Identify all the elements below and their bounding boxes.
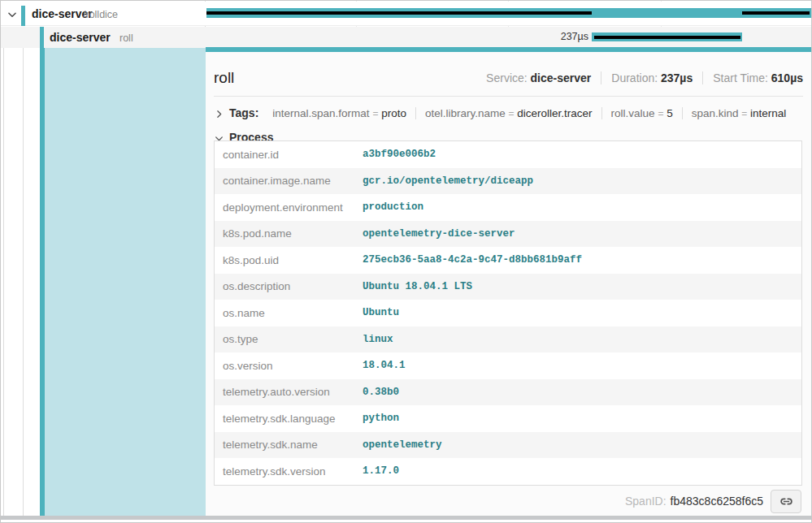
span-id-label: SpanID: xyxy=(625,495,667,508)
span-color-bar xyxy=(21,6,25,26)
process-value: gcr.io/opentelemetry/diceapp xyxy=(363,175,533,187)
summary-service: Service: dice-server xyxy=(476,71,601,84)
tag-value: 5 xyxy=(667,107,673,119)
process-key: k8s.pod.uid xyxy=(223,254,363,266)
process-key: telemetry.sdk.version xyxy=(223,465,363,478)
summary-duration: Duration: 237µs xyxy=(601,71,702,84)
process-row: os.type linux xyxy=(215,326,801,353)
tag-key: otel.library.name xyxy=(425,107,506,119)
summary-service-label: Service: xyxy=(486,71,528,84)
process-row: deployment.environment production xyxy=(215,194,801,221)
link-icon xyxy=(779,495,793,508)
process-value: Ubuntu 18.04.1 LTS xyxy=(363,281,472,292)
tags-toggle[interactable]: Tags: xyxy=(214,106,263,119)
process-value: 1.17.0 xyxy=(363,465,399,477)
process-key: k8s.pod.name xyxy=(223,227,363,240)
process-key: telemetry.sdk.name xyxy=(223,439,363,451)
process-key: os.type xyxy=(223,333,363,345)
process-value: a3bf90e006b2 xyxy=(363,149,436,160)
process-value: python xyxy=(363,413,399,424)
process-key: os.name xyxy=(223,307,363,319)
span-summary: Service: dice-server Duration: 237µs Sta… xyxy=(476,71,803,84)
deep-link-button[interactable] xyxy=(771,490,801,513)
tags-section: Tags: internal.span.format = proto otel.… xyxy=(214,102,803,124)
process-value: 0.38b0 xyxy=(363,387,399,398)
process-value: 275ecb36-5aa8-4c2a-9c47-d8bb681b9aff xyxy=(363,254,582,266)
tag-value: proto xyxy=(381,107,406,119)
summary-service-value: dice-server xyxy=(531,71,592,84)
critical-path-segment xyxy=(594,36,740,39)
chevron-down-icon[interactable] xyxy=(7,9,18,20)
process-row: k8s.pod.name opentelemetry-dice-server xyxy=(215,221,801,248)
jaeger-trace-view: dice-server /rolldice dice-server roll 2… xyxy=(0,0,812,523)
span-operation-name: roll xyxy=(119,32,133,44)
process-key: telemetry.auto.version xyxy=(223,386,363,398)
tags-label: Tags: xyxy=(229,106,258,119)
span-operation-name: /rolldice xyxy=(83,9,118,20)
span-detail-panel: roll Service: dice-server Duration: 237µ… xyxy=(206,52,811,516)
horizontal-scrollbar[interactable] xyxy=(1,516,811,520)
process-row: container.id a3bf90e006b2 xyxy=(215,141,801,168)
tag-item: roll.value = 5 xyxy=(601,107,682,119)
process-key: deployment.environment xyxy=(223,201,363,214)
summary-start-value: 610µs xyxy=(771,71,803,84)
process-value: linux xyxy=(363,334,393,345)
span-service-name: dice-server xyxy=(50,31,111,44)
process-key: telemetry.sdk.language xyxy=(223,413,363,425)
tree-indent-guide xyxy=(23,48,24,516)
summary-duration-label: Duration: xyxy=(611,71,658,84)
tag-key: span.kind xyxy=(692,107,739,119)
tag-equals: = xyxy=(741,108,747,119)
process-row: telemetry.auto.version 0.38b0 xyxy=(215,379,801,406)
tag-equals: = xyxy=(372,108,378,119)
header-divider xyxy=(214,96,803,97)
process-value: 18.04.1 xyxy=(363,360,406,371)
process-value: production xyxy=(363,201,423,213)
process-key: os.description xyxy=(223,280,363,292)
process-value: Ubuntu xyxy=(363,307,399,318)
tag-item: span.kind = internal xyxy=(682,107,796,119)
detail-header: roll Service: dice-server Duration: 237µ… xyxy=(214,63,803,93)
span-detail-title: roll xyxy=(214,69,234,87)
critical-path-segment xyxy=(206,11,592,15)
tag-item: otel.library.name = diceroller.tracer xyxy=(415,107,601,119)
process-row: os.version 18.04.1 xyxy=(215,352,801,379)
chevron-right-icon xyxy=(214,108,224,119)
process-row: k8s.pod.uid 275ecb36-5aa8-4c2a-9c47-d8bb… xyxy=(215,247,801,274)
process-key: container.image.name xyxy=(223,175,363,187)
process-row: container.image.name gcr.io/opentelemetr… xyxy=(215,168,801,195)
summary-duration-value: 237µs xyxy=(661,71,693,84)
tree-indent-guide xyxy=(3,48,4,516)
selected-span-highlight xyxy=(45,48,206,516)
process-value: opentelemetry xyxy=(363,439,442,451)
process-row: os.description Ubuntu 18.04.1 LTS xyxy=(215,274,801,300)
process-table: container.id a3bf90e006b2 container.imag… xyxy=(214,140,802,486)
tag-key: roll.value xyxy=(611,107,655,119)
summary-start-label: Start Time: xyxy=(713,71,768,84)
critical-path-segment xyxy=(742,11,810,15)
summary-start-time: Start Time: 610µs xyxy=(702,71,803,84)
process-key: container.id xyxy=(223,149,363,161)
process-row: telemetry.sdk.language python xyxy=(215,405,801,432)
process-row: os.name Ubuntu xyxy=(215,300,801,326)
process-row: telemetry.sdk.version 1.17.0 xyxy=(215,458,801,485)
process-key: os.version xyxy=(223,360,363,372)
tag-value: diceroller.tracer xyxy=(517,107,592,119)
tag-item: internal.span.format = proto xyxy=(263,107,415,119)
tag-key: internal.span.format xyxy=(272,107,369,119)
process-value: opentelemetry-dice-server xyxy=(363,228,515,240)
tag-equals: = xyxy=(509,108,515,119)
span-duration-label: 237µs xyxy=(507,31,588,42)
tag-value: internal xyxy=(750,107,786,119)
tag-equals: = xyxy=(658,108,663,119)
span-id-value: fb483c8c6258f6c5 xyxy=(671,495,763,508)
span-color-bar xyxy=(40,27,44,48)
detail-footer: SpanID: fb483c8c6258f6c5 xyxy=(625,488,801,514)
process-row: telemetry.sdk.name opentelemetry xyxy=(215,432,801,459)
